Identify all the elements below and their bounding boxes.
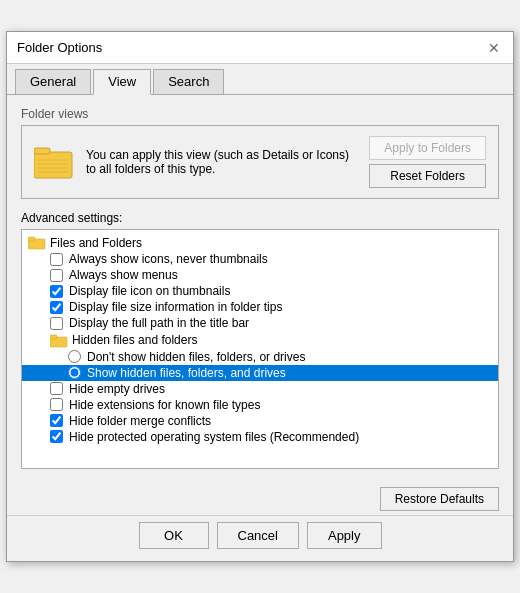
adv-item-11[interactable]: Hide folder merge conflicts	[22, 413, 498, 429]
advanced-settings-label: Advanced settings:	[21, 211, 499, 225]
checkbox-label-2: Always show menus	[69, 268, 178, 282]
apply-to-folders-button[interactable]: Apply to Folders	[369, 136, 486, 160]
folder-views-label: Folder views	[21, 107, 499, 121]
radio-label-8: Show hidden files, folders, and drives	[87, 366, 286, 380]
adv-item-4[interactable]: Display file size information in folder …	[22, 299, 498, 315]
adv-item-10[interactable]: Hide extensions for known file types	[22, 397, 498, 413]
checkbox-4[interactable]	[50, 301, 63, 314]
restore-defaults-button[interactable]: Restore Defaults	[380, 487, 499, 511]
adv-item-7[interactable]: Don't show hidden files, folders, or dri…	[22, 349, 498, 365]
adv-item-12[interactable]: Hide protected operating system files (R…	[22, 429, 498, 445]
tabs-bar: General View Search	[7, 64, 513, 95]
adv-item-2[interactable]: Always show menus	[22, 267, 498, 283]
title-bar: Folder Options ✕	[7, 32, 513, 64]
reset-folders-button[interactable]: Reset Folders	[369, 164, 486, 188]
checkbox-label-4: Display file size information in folder …	[69, 300, 282, 314]
adv-item-5[interactable]: Display the full path in the title bar	[22, 315, 498, 331]
restore-defaults-row: Restore Defaults	[7, 481, 513, 515]
checkbox-11[interactable]	[50, 414, 63, 427]
checkbox-2[interactable]	[50, 269, 63, 282]
adv-item-0: Files and Folders	[22, 234, 498, 251]
folder-options-dialog: Folder Options ✕ General View Search Fol…	[6, 31, 514, 562]
radio-label-7: Don't show hidden files, folders, or dri…	[87, 350, 305, 364]
ok-button[interactable]: OK	[139, 522, 209, 549]
tab-general[interactable]: General	[15, 69, 91, 95]
checkbox-10[interactable]	[50, 398, 63, 411]
svg-rect-0	[34, 152, 72, 178]
dialog-title: Folder Options	[17, 40, 102, 55]
cancel-button[interactable]: Cancel	[217, 522, 299, 549]
main-content: Folder views You can apply this view (su…	[7, 95, 513, 481]
checkbox-9[interactable]	[50, 382, 63, 395]
close-button[interactable]: ✕	[485, 39, 503, 57]
adv-item-8[interactable]: Show hidden files, folders, and drives	[22, 365, 498, 381]
checkbox-1[interactable]	[50, 253, 63, 266]
folder-category-icon	[28, 235, 50, 250]
adv-item-6: Hidden files and folders	[22, 331, 498, 348]
checkbox-12[interactable]	[50, 430, 63, 443]
svg-rect-10	[50, 335, 57, 339]
folder-views-description: You can apply this view (such as Details…	[86, 148, 357, 176]
checkbox-5[interactable]	[50, 317, 63, 330]
checkbox-label-1: Always show icons, never thumbnails	[69, 252, 268, 266]
folder-category-icon	[50, 332, 72, 347]
radio-7[interactable]	[68, 350, 81, 363]
advanced-settings-box[interactable]: Files and FoldersAlways show icons, neve…	[21, 229, 499, 469]
checkbox-label-10: Hide extensions for known file types	[69, 398, 260, 412]
folder-views-box: You can apply this view (such as Details…	[21, 125, 499, 199]
tab-search[interactable]: Search	[153, 69, 224, 95]
adv-item-3[interactable]: Display file icon on thumbnails	[22, 283, 498, 299]
checkbox-label-9: Hide empty drives	[69, 382, 165, 396]
category-label: Files and Folders	[50, 236, 142, 250]
checkbox-label-3: Display file icon on thumbnails	[69, 284, 230, 298]
svg-rect-2	[34, 148, 50, 154]
checkbox-label-11: Hide folder merge conflicts	[69, 414, 211, 428]
svg-rect-8	[28, 237, 35, 241]
folder-icon	[34, 144, 74, 180]
checkbox-label-12: Hide protected operating system files (R…	[69, 430, 359, 444]
checkbox-3[interactable]	[50, 285, 63, 298]
radio-8[interactable]	[68, 366, 81, 379]
checkbox-label-5: Display the full path in the title bar	[69, 316, 249, 330]
apply-button[interactable]: Apply	[307, 522, 382, 549]
folder-views-buttons: Apply to Folders Reset Folders	[369, 136, 486, 188]
adv-item-1[interactable]: Always show icons, never thumbnails	[22, 251, 498, 267]
dialog-buttons: OK Cancel Apply	[7, 515, 513, 561]
category-label: Hidden files and folders	[72, 333, 197, 347]
tab-view[interactable]: View	[93, 69, 151, 95]
adv-item-9[interactable]: Hide empty drives	[22, 381, 498, 397]
advanced-items-container: Files and FoldersAlways show icons, neve…	[22, 234, 498, 445]
